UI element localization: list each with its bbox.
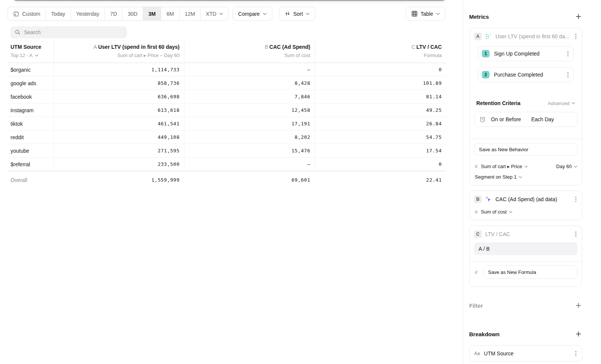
row-label[interactable]: $referral	[8, 158, 54, 171]
retention-unit[interactable]: Each Day	[531, 116, 554, 122]
metrics-title: Metrics	[469, 14, 489, 20]
cell-ltv-cac[interactable]: 54.75	[315, 131, 446, 144]
row-label[interactable]: tiktok	[8, 117, 54, 130]
table-row: facebook 636,698 7,846 81.14	[8, 90, 446, 104]
search-bar[interactable]	[11, 26, 127, 38]
cell-ltv-cac[interactable]: 26.84	[315, 117, 446, 130]
sort-button[interactable]: Sort	[279, 7, 316, 21]
advanced-dropdown[interactable]: Advanced	[548, 101, 575, 106]
cell-cac[interactable]: –	[184, 158, 315, 171]
table-header-row: UTM Source Top 12 · A AUser LTV (spend i…	[8, 41, 446, 63]
row-label[interactable]: facebook	[8, 90, 54, 103]
date-range-custom[interactable]: Custom	[8, 7, 46, 20]
cell-user-ltv[interactable]: 233,500	[54, 158, 184, 171]
retention-criteria-title: Retention Criteria	[476, 100, 520, 106]
cell-ltv-cac[interactable]: 81.14	[315, 90, 446, 103]
retention-criteria-box[interactable]: On or Before Each Day	[474, 112, 577, 127]
cell-user-ltv[interactable]: 461,541	[54, 117, 184, 130]
cell-cac[interactable]: 8,428	[184, 77, 315, 90]
metrics-section-header: Metrics	[469, 13, 582, 20]
segment-dropdown[interactable]: Segment on Step 1	[475, 174, 522, 180]
overall-label: Overall	[8, 171, 54, 189]
cell-ltv-cac[interactable]: 22.41	[315, 171, 446, 189]
metric-menu-button[interactable]	[574, 230, 577, 238]
kebab-icon	[575, 231, 577, 237]
cell-cac[interactable]: –	[184, 63, 315, 76]
cell-cac[interactable]: 8,202	[184, 131, 315, 144]
add-filter-button[interactable]	[575, 302, 582, 309]
metric-menu-button[interactable]	[574, 33, 577, 40]
step-menu-button[interactable]	[566, 71, 569, 78]
cell-ltv-cac[interactable]: 0	[315, 63, 446, 76]
cell-ltv-cac[interactable]: 0	[315, 158, 446, 171]
aggregation-dropdown[interactable]: Sum of cart ▸ Price	[481, 164, 528, 169]
kebab-icon	[567, 72, 569, 78]
save-formula-button[interactable]: Save as New Formula	[483, 265, 577, 279]
cell-ltv-cac[interactable]: 101.89	[315, 77, 446, 90]
table-row: instagram 613,618 12,458 49.25	[8, 104, 446, 117]
retention-condition[interactable]: On or Before	[491, 116, 521, 122]
cell-cac[interactable]: 15,476	[184, 144, 315, 157]
metric-title[interactable]: User LTV (spend in first 60 da...	[495, 33, 571, 39]
compare-button[interactable]: Compare	[233, 7, 272, 21]
search-input[interactable]	[24, 29, 123, 35]
date-range-7d[interactable]: 7D	[105, 7, 122, 20]
row-label[interactable]: google ads	[8, 77, 54, 90]
add-breakdown-button[interactable]	[575, 330, 582, 338]
metric-title[interactable]: LTV / CAC	[485, 231, 571, 237]
column-header-cac[interactable]: BCAC (Ad Spend) Sum of cost	[184, 41, 315, 63]
aggregation-dropdown[interactable]: Sum of cost	[481, 209, 512, 215]
divider	[470, 261, 582, 262]
cell-user-ltv[interactable]: 271,595	[54, 144, 184, 157]
cell-user-ltv[interactable]: 636,698	[54, 90, 184, 103]
chevron-down-icon	[519, 176, 522, 178]
cell-ltv-cac[interactable]: 49.25	[315, 104, 446, 117]
date-range-12m[interactable]: 12M	[180, 7, 201, 20]
cell-user-ltv[interactable]: 858,736	[54, 77, 184, 90]
date-range-3m[interactable]: 3M	[143, 7, 161, 20]
chevron-down-icon	[436, 13, 440, 15]
cell-user-ltv[interactable]: 1,114,733	[54, 63, 184, 76]
row-label[interactable]: reddit	[8, 131, 54, 144]
cell-cac[interactable]: 12,458	[184, 104, 315, 117]
window-dropdown[interactable]: Day 60	[556, 164, 577, 169]
formula-input[interactable]: A / B	[474, 242, 577, 255]
date-range-6m[interactable]: 6M	[161, 7, 179, 20]
top-n-label[interactable]: Top 12 · A	[11, 53, 33, 58]
step-menu-button[interactable]	[566, 50, 569, 57]
add-metric-button[interactable]	[575, 13, 582, 20]
metric-card-a: A User LTV (spend in first 60 da... 1 Si…	[469, 28, 582, 185]
row-label[interactable]: $organic	[8, 63, 54, 76]
chart-type-button[interactable]: Table	[406, 7, 445, 21]
row-label[interactable]: instagram	[8, 104, 54, 117]
column-header-ltv-cac[interactable]: CLTV / CAC Formula	[315, 41, 446, 63]
number-type-icon: #	[475, 269, 477, 275]
metric-title[interactable]: CAC (Ad Spend) (ad data)	[495, 196, 571, 202]
cell-user-ltv[interactable]: 449,108	[54, 131, 184, 144]
search-icon	[15, 29, 21, 35]
row-label[interactable]: youtube	[8, 144, 54, 157]
table-row: reddit 449,108 8,202 54.75	[8, 131, 446, 144]
cell-cac[interactable]: 17,191	[184, 117, 315, 130]
table-overall-row: Overall 1,559,999 69,601 22.41	[8, 171, 446, 189]
cell-cac[interactable]: 69,601	[184, 171, 315, 189]
metric-menu-button[interactable]	[574, 196, 577, 203]
date-range-picker: Custom Today Yesterday 7D 30D 3M 6M 12M …	[8, 7, 229, 21]
funnel-step-2[interactable]: 2 Purchase Completed	[478, 67, 574, 82]
cell-user-ltv[interactable]: 613,618	[54, 104, 184, 117]
save-behavior-button[interactable]: Save as New Behavior	[474, 143, 577, 156]
date-range-30d[interactable]: 30D	[122, 7, 143, 20]
cell-cac[interactable]: 7,846	[184, 90, 315, 103]
metric-card-b: B CAC (Ad Spend) (ad data) # Sum of cost	[469, 191, 582, 220]
breakdown-menu-button[interactable]	[574, 350, 577, 357]
breakdown-item[interactable]: Aa UTM Source	[469, 345, 582, 362]
date-range-xtd[interactable]: XTD	[201, 7, 228, 20]
funnel-step-1[interactable]: 1 Sign Up Completed	[478, 46, 574, 61]
date-range-yesterday[interactable]: Yesterday	[71, 7, 105, 20]
cell-user-ltv[interactable]: 1,559,999	[54, 171, 184, 189]
column-header-user-ltv[interactable]: AUser LTV (spend in first 60 days) Sum o…	[54, 41, 184, 63]
cell-ltv-cac[interactable]: 17.54	[315, 144, 446, 157]
metric-letter-badge: C	[474, 230, 482, 238]
date-range-today[interactable]: Today	[46, 7, 71, 20]
column-header-utm-source[interactable]: UTM Source Top 12 · A	[8, 41, 54, 63]
